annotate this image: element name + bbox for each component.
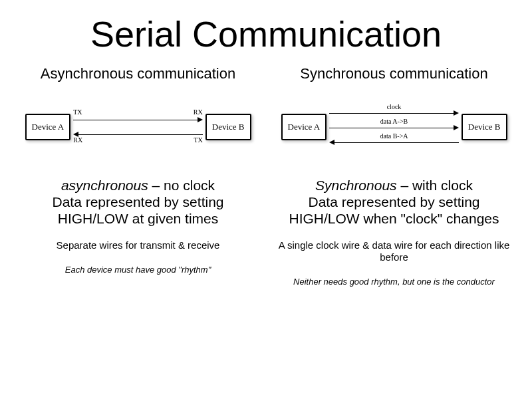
arrow-left-icon (73, 132, 78, 137)
sync-description: Synchronous – with clock Data represente… (276, 177, 512, 227)
arrow-right-icon (198, 117, 203, 122)
slide-title: Serial Communication (20, 13, 512, 55)
arrow-line-icon (329, 128, 454, 128)
label-data-ab: data A->B (380, 118, 408, 125)
slide: Serial Communication Asynchronous commun… (0, 0, 532, 399)
async-heading: Asynchronous communication (41, 65, 235, 82)
sync-heading: Synchronous communication (300, 65, 487, 82)
async-wires: TX RX RX TX (70, 97, 205, 157)
sync-desc-line2: Data represented by setting HIGH/LOW whe… (289, 194, 499, 226)
arrow-left-icon (329, 140, 334, 145)
sync-desc-rest: – with clock (397, 178, 473, 193)
label-tx-top: TX (73, 109, 82, 116)
column-sync: Synchronous communication Device A clock… (276, 65, 512, 287)
arrow-right-icon (454, 125, 459, 130)
sync-note1: A single clock wire & data wire for each… (276, 239, 512, 263)
arrow-line-icon (78, 134, 203, 135)
label-rx-top: RX (194, 109, 203, 116)
async-desc-em: asynchronous (61, 178, 148, 193)
async-desc-line2: Data represented by setting HIGH/LOW at … (53, 194, 224, 226)
arrow-line-icon (334, 142, 459, 143)
label-rx-bottom: RX (73, 137, 82, 144)
sync-diagram: Device A clock data A->B data B->A Devic… (281, 97, 507, 157)
sync-wires: clock data A->B data B->A (327, 97, 462, 157)
async-desc-rest: – no clock (148, 178, 215, 193)
async-note2: Each device must have good "rhythm" (65, 265, 211, 275)
async-description: asynchronous – no clock Data represented… (20, 177, 256, 227)
label-clock: clock (387, 104, 402, 110)
async-diagram: Device A TX RX RX TX Device B (25, 97, 251, 157)
arrow-line-icon (73, 120, 198, 120)
sync-device-b: Device B (462, 114, 507, 140)
async-device-a: Device A (25, 114, 71, 140)
column-async: Asynchronous communication Device A TX R… (20, 65, 256, 287)
async-note1: Separate wires for transmit & receive (57, 239, 220, 251)
sync-note2: Neither needs good rhythm, but one is th… (293, 277, 495, 287)
sync-desc-em: Synchronous (315, 178, 397, 193)
label-data-ba: data B->A (380, 133, 408, 140)
arrow-line-icon (329, 113, 454, 114)
label-tx-bottom: TX (194, 137, 202, 144)
columns: Asynchronous communication Device A TX R… (20, 65, 512, 287)
async-device-b: Device B (205, 114, 251, 140)
sync-device-a: Device A (281, 114, 327, 140)
arrow-right-icon (454, 110, 459, 116)
